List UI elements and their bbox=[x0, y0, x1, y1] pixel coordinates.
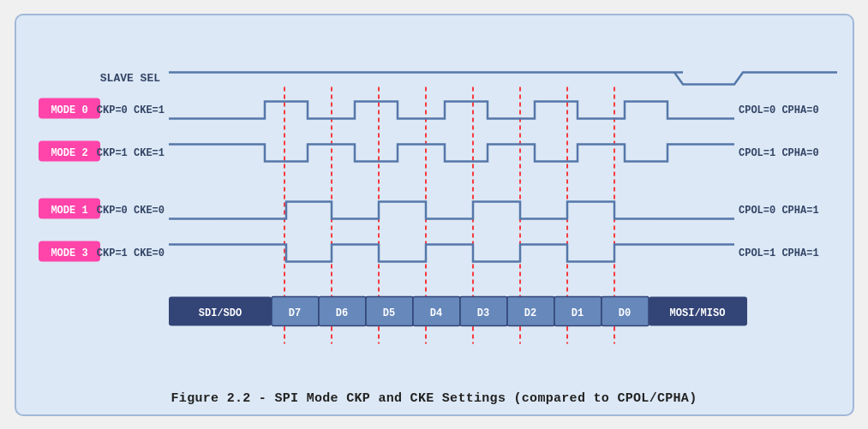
sdi-sdo-label: SDI/SDO bbox=[198, 307, 241, 319]
d7-label: D7 bbox=[288, 307, 300, 319]
mode1-label: MODE 1 bbox=[51, 204, 87, 216]
d0-label: D0 bbox=[618, 307, 630, 319]
mosi-miso-label: MOSI/MISO bbox=[669, 307, 725, 319]
mode3-params: CKP=1 CKE=0 bbox=[96, 247, 164, 259]
mode3-label: MODE 3 bbox=[51, 247, 87, 259]
mode0-params: CKP=0 CKE=1 bbox=[96, 104, 164, 116]
mode2-label: MODE 2 bbox=[51, 146, 87, 158]
diagram-area: SLAVE SEL MODE 0 CKP=0 CKE=1 bbox=[32, 31, 837, 383]
d5-label: D5 bbox=[382, 307, 394, 319]
slave-sel-label: SLAVE SEL bbox=[99, 71, 159, 84]
mode1-cpol-cpha: CPOL=0 CPHA=1 bbox=[739, 204, 819, 216]
mode0-label: MODE 0 bbox=[51, 104, 87, 116]
mode2-params: CKP=1 CKE=1 bbox=[96, 146, 164, 158]
mode1-params: CKP=0 CKE=0 bbox=[96, 204, 164, 216]
d1-label: D1 bbox=[571, 307, 583, 319]
d2-label: D2 bbox=[524, 307, 536, 319]
mode0-cpol-cpha: CPOL=0 CPHA=0 bbox=[739, 104, 819, 116]
d6-label: D6 bbox=[335, 307, 347, 319]
d3-label: D3 bbox=[476, 307, 488, 319]
mode3-cpol-cpha: CPOL=1 CPHA=1 bbox=[739, 247, 819, 259]
figure-caption: Figure 2.2 - SPI Mode CKP and CKE Settin… bbox=[32, 383, 837, 406]
mode2-cpol-cpha: CPOL=1 CPHA=0 bbox=[739, 146, 819, 158]
d4-label: D4 bbox=[429, 307, 441, 319]
main-container: SLAVE SEL MODE 0 CKP=0 CKE=1 bbox=[15, 14, 854, 416]
